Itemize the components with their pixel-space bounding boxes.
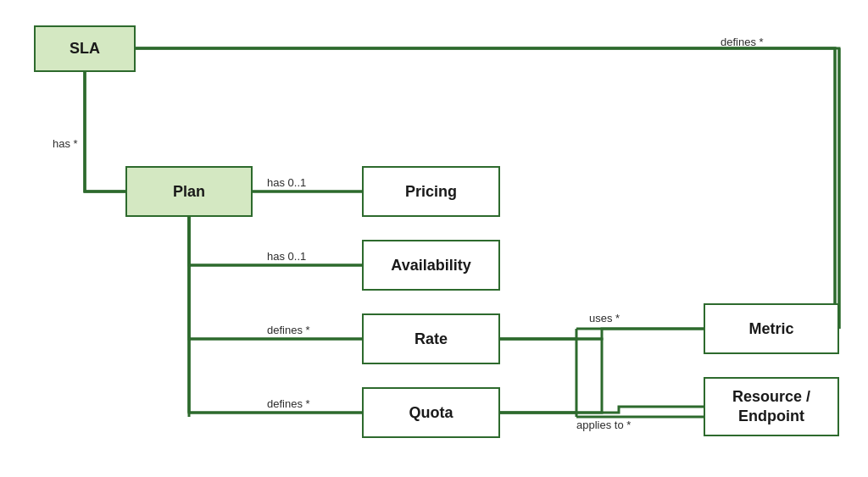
label-rate-metric: uses * [589, 312, 620, 324]
label-quota-resource: applies to * [576, 419, 631, 431]
label-plan-rate: defines * [267, 324, 310, 336]
diagram-container: .edge { stroke: #2d6a2d; stroke-width: 3… [0, 0, 868, 477]
label-plan-quota: defines * [267, 397, 310, 410]
node-resource-label: Resource /Endpoint [732, 387, 810, 427]
node-resource: Resource /Endpoint [704, 377, 839, 436]
node-pricing: Pricing [362, 166, 500, 217]
node-metric: Metric [704, 303, 839, 354]
node-sla-label: SLA [70, 40, 100, 58]
node-quota: Quota [362, 387, 500, 438]
node-plan: Plan [125, 166, 253, 217]
node-quota-label: Quota [409, 404, 453, 422]
node-plan-label: Plan [173, 183, 205, 201]
node-rate: Rate [362, 313, 500, 364]
node-metric-label: Metric [748, 320, 793, 338]
label-defines-sla: defines * [721, 36, 764, 48]
node-sla: SLA [34, 25, 136, 72]
label-has-plan: has * [53, 137, 78, 150]
node-rate-label: Rate [415, 330, 448, 348]
label-plan-pricing: has 0..1 [267, 176, 306, 189]
label-plan-availability: has 0..1 [267, 250, 306, 263]
node-availability-label: Availability [391, 257, 470, 275]
node-availability: Availability [362, 240, 500, 291]
node-pricing-label: Pricing [405, 183, 457, 201]
